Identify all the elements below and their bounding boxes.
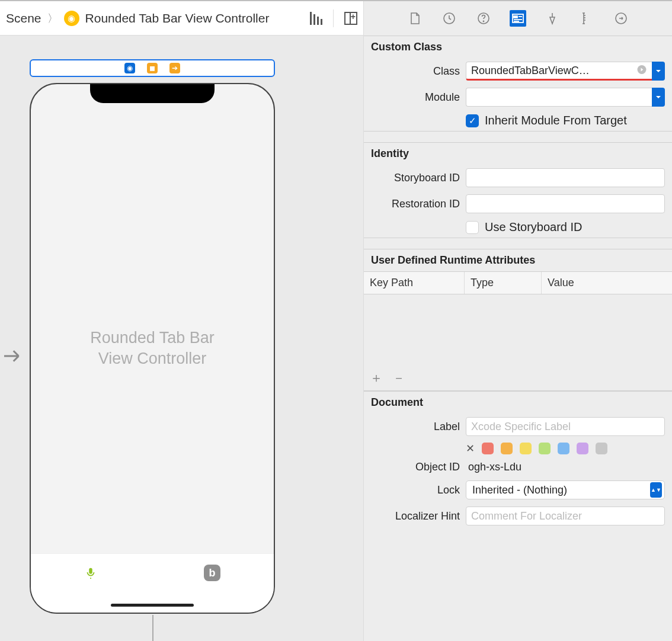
use-storyboard-id-checkbox[interactable]: ✓ [466, 221, 479, 234]
object-id-value: ogh-xs-Ldu [466, 461, 521, 473]
svg-rect-4 [514, 16, 517, 18]
adjust-editor-options-icon[interactable] [310, 12, 322, 25]
mic-tab-icon[interactable] [84, 565, 97, 585]
top-bar: Scene 〉 ◉ Rounded Tab Bar View Controlle… [0, 0, 672, 36]
runtime-attrs-table-body[interactable] [364, 294, 672, 366]
attributes-inspector-icon[interactable] [544, 10, 561, 27]
runtime-attrs-table-footer: ＋ － [364, 366, 672, 390]
history-inspector-icon[interactable] [441, 10, 457, 27]
color-swatch-red[interactable] [482, 443, 494, 454]
doc-label-field[interactable] [466, 417, 665, 436]
runtime-attrs-section: User Defined Runtime Attributes Key Path… [364, 249, 672, 391]
color-swatch-green[interactable] [539, 443, 551, 454]
module-dropdown-button[interactable] [652, 88, 665, 107]
restoration-id-label: Restoration ID [371, 198, 460, 210]
home-indicator [111, 604, 194, 607]
vc-placeholder-line2: View Controller [90, 348, 215, 369]
exit-dock-icon[interactable]: ➔ [169, 63, 180, 73]
identity-section: Identity Storyboard ID Restoration ID ✓ … [364, 142, 672, 238]
size-inspector-icon[interactable] [578, 10, 595, 27]
identity-header: Identity [364, 143, 672, 165]
file-inspector-icon[interactable] [407, 10, 423, 27]
clear-color-icon[interactable]: ✕ [466, 442, 475, 455]
restoration-id-field[interactable] [466, 194, 665, 213]
document-section: Document Label ✕ Object ID ogh-xs-Ldu L [364, 391, 672, 529]
class-field[interactable] [466, 62, 652, 81]
segue-line [152, 615, 153, 641]
chevron-right-icon: 〉 [47, 11, 58, 25]
initial-vc-arrow-icon[interactable] [0, 344, 25, 370]
custom-class-section: Custom Class Class Module [364, 36, 672, 132]
storyboard-id-field[interactable] [466, 168, 665, 187]
device-frame[interactable]: Rounded Tab Bar View Controller b [30, 83, 275, 614]
class-label: Class [371, 65, 460, 78]
runtime-attrs-header: User Defined Runtime Attributes [364, 249, 672, 271]
color-swatch-orange[interactable] [501, 443, 513, 454]
lock-select-value: Inherited - (Nothing) [472, 484, 567, 496]
module-field[interactable] [466, 88, 652, 107]
color-swatch-purple[interactable] [577, 443, 588, 454]
col-type[interactable]: Type [465, 272, 542, 294]
vc-content: Rounded Tab Bar View Controller [31, 84, 274, 613]
col-value[interactable]: Value [542, 272, 672, 294]
inherit-module-checkbox[interactable]: ✓ [466, 114, 479, 127]
class-dropdown-button[interactable] [652, 62, 665, 81]
custom-class-header: Custom Class [364, 36, 672, 58]
lock-select[interactable]: Inherited - (Nothing) ▲▼ [466, 480, 665, 499]
divider [333, 9, 334, 27]
editor-jump-bar: Scene 〉 ◉ Rounded Tab Bar View Controlle… [0, 1, 364, 36]
inspector-tabs [364, 1, 672, 36]
remove-attr-button[interactable]: － [392, 369, 405, 387]
inherit-module-label: Inherit Module From Target [485, 114, 627, 127]
document-header: Document [364, 392, 672, 414]
breadcrumb-scene[interactable]: Scene [6, 11, 41, 25]
color-swatch-gray[interactable] [596, 443, 607, 454]
viewcontroller-dock-icon[interactable]: ◉ [124, 63, 135, 73]
module-label: Module [371, 91, 460, 104]
vc-placeholder: Rounded Tab Bar View Controller [90, 328, 215, 369]
help-inspector-icon[interactable] [475, 10, 492, 27]
tab-bar: b [31, 553, 274, 613]
color-swatch-blue[interactable] [558, 443, 569, 454]
object-id-label: Object ID [371, 461, 460, 473]
doc-label-label: Label [371, 421, 460, 433]
lock-label: Lock [371, 484, 460, 496]
add-attr-button[interactable]: ＋ [370, 369, 383, 387]
b-tab-icon[interactable]: b [204, 565, 220, 581]
color-swatch-yellow[interactable] [520, 443, 532, 454]
storyboard-id-label: Storyboard ID [371, 172, 460, 184]
identity-inspector-icon[interactable] [510, 10, 526, 27]
col-keypath[interactable]: Key Path [364, 272, 465, 294]
runtime-attrs-table-head: Key Path Type Value [364, 271, 672, 294]
jump-to-class-icon[interactable] [636, 65, 647, 78]
use-storyboard-id-label: Use Storyboard ID [485, 220, 583, 234]
svg-point-2 [483, 21, 484, 21]
storyboard-canvas[interactable]: ◉ ◼ ➔ Rounded Tab Bar View Controller b [0, 36, 364, 641]
viewcontroller-icon: ◉ [64, 11, 79, 26]
body: ◉ ◼ ➔ Rounded Tab Bar View Controller b [0, 36, 672, 641]
doc-color-row: ✕ [364, 440, 672, 457]
localizer-hint-field[interactable] [466, 507, 665, 525]
vc-placeholder-line1: Rounded Tab Bar [90, 328, 215, 348]
scene-dock[interactable]: ◉ ◼ ➔ [30, 59, 275, 77]
breadcrumb-title[interactable]: Rounded Tab Bar View Controller [85, 11, 270, 25]
localizer-hint-label: Localizer Hint [371, 510, 460, 523]
add-editor-icon[interactable] [344, 12, 357, 25]
connections-inspector-icon[interactable] [613, 10, 629, 27]
breadcrumb[interactable]: Scene 〉 ◉ Rounded Tab Bar View Controlle… [6, 11, 269, 26]
select-stepper-icon: ▲▼ [650, 482, 662, 498]
first-responder-dock-icon[interactable]: ◼ [147, 63, 158, 73]
inspector-panel: Custom Class Class Module [364, 36, 672, 641]
